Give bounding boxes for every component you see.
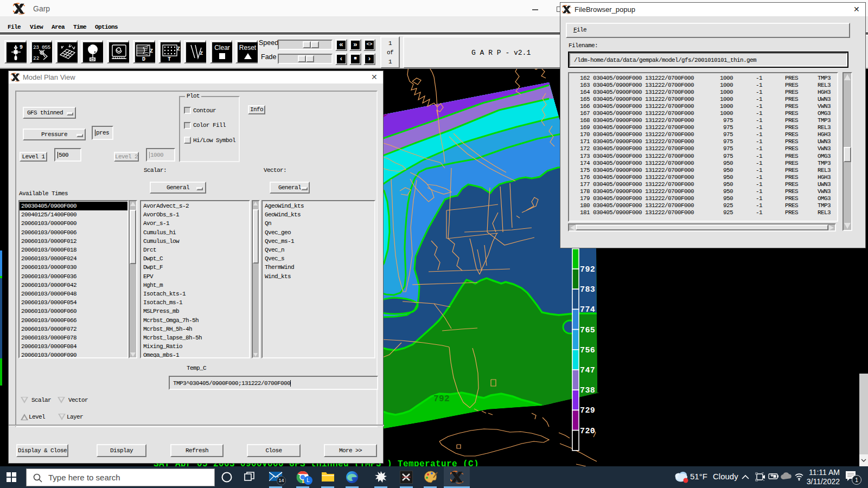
svg-text:747: 747	[580, 366, 595, 375]
svg-text:756: 756	[580, 346, 595, 355]
svg-text:783: 783	[580, 285, 595, 294]
svg-text:792: 792	[580, 265, 595, 274]
svg-text:792: 792	[433, 394, 450, 404]
svg-text:Z: Z	[150, 48, 153, 54]
svg-text:23 055: 23 055	[33, 44, 51, 50]
svg-text:738: 738	[580, 386, 595, 395]
svg-text:T: T	[168, 56, 171, 62]
svg-text:774: 774	[580, 305, 595, 314]
svg-text:D: D	[142, 56, 145, 62]
svg-text:720: 720	[580, 427, 595, 436]
svg-text:9: 9	[20, 44, 23, 50]
svg-text:22: 22	[33, 55, 40, 61]
svg-text:z: z	[200, 50, 203, 56]
svg-text:Z: Z	[177, 46, 180, 52]
svg-text:729: 729	[580, 406, 595, 415]
svg-text:765: 765	[580, 326, 595, 335]
svg-text:*: *	[89, 44, 91, 49]
